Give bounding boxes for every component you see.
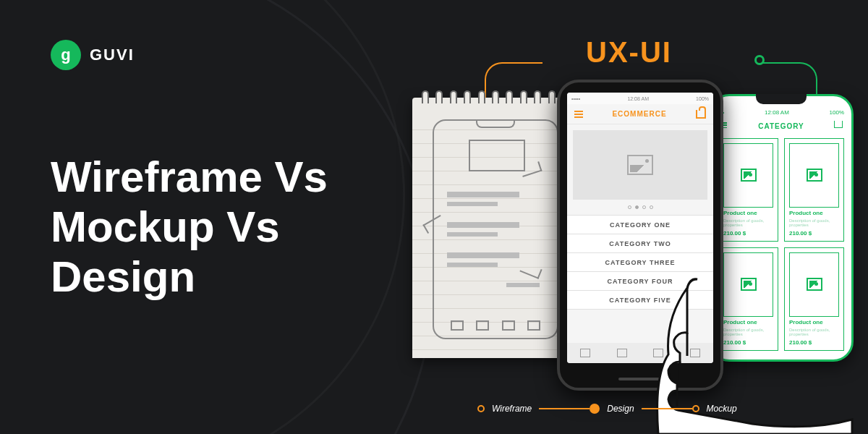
arrow-icon (519, 262, 542, 278)
signal-icon: ••••• (571, 96, 580, 101)
bottom-bar-placeholder (444, 320, 547, 331)
step-connector (539, 408, 590, 409)
step-dot-icon (477, 405, 485, 412)
category-row: CATEGORY THREE (567, 253, 713, 272)
text-line-placeholder (447, 263, 498, 267)
carousel-dots (567, 205, 713, 209)
image-placeholder-icon (627, 155, 653, 175)
step-connector (642, 408, 692, 409)
text-line-placeholder (447, 222, 519, 228)
battery-text: 100% (830, 109, 844, 116)
brand-logo: g GUVI (51, 40, 135, 70)
text-line-placeholder (506, 283, 540, 287)
text-line-placeholder (447, 252, 519, 258)
product-desc: Description of goods, properties (789, 218, 839, 228)
text-line-placeholder (447, 202, 498, 206)
product-title: Product one (789, 210, 839, 216)
wireframe-panel (412, 98, 579, 358)
category-row: CATEGORY TWO (567, 234, 713, 253)
notepad-spiral-icon (412, 90, 579, 105)
status-bar: ••••• 12:08 AM 100% (567, 93, 713, 104)
step-label: Mockup (707, 404, 737, 414)
mockup-header: CATEGORY (711, 122, 851, 130)
battery-text: 100% (696, 96, 709, 101)
image-placeholder-icon (789, 143, 839, 208)
product-desc: Description of goods, properties (723, 218, 773, 228)
step-label: Design (607, 404, 634, 414)
step-wireframe: Wireframe (477, 404, 539, 414)
uxui-label: UX-UI (586, 36, 672, 69)
product-price: 210.00 $ (723, 230, 773, 237)
step-design: Design (590, 404, 641, 414)
wireframe-phone-outline (433, 119, 558, 339)
app-header: ECOMMERCE (567, 104, 713, 124)
cart-icon (834, 121, 843, 128)
heart-icon (580, 349, 590, 357)
image-placeholder-icon (723, 143, 773, 208)
cart-icon (696, 110, 706, 119)
step-dot-icon (692, 405, 699, 412)
text-line-placeholder (447, 192, 519, 197)
step-mockup: Mockup (692, 404, 744, 414)
hero-placeholder (469, 140, 525, 171)
step-dot-icon (590, 404, 600, 414)
process-stepper: Wireframe Design Mockup (477, 404, 744, 414)
app-title: ECOMMERCE (612, 110, 666, 118)
product-title: Product one (723, 210, 773, 216)
clock-text: 12:08 AM (627, 96, 649, 101)
phone-notch-icon (756, 94, 807, 104)
product-price: 210.00 $ (789, 230, 839, 237)
hamburger-icon (574, 111, 583, 118)
logo-text: GUVI (90, 46, 135, 64)
clock-text: 12:08 AM (765, 109, 789, 116)
category-row: CATEGORY ONE (567, 216, 713, 234)
product-card: Product one Description of goods, proper… (718, 138, 778, 242)
product-card: Product one Description of goods, proper… (784, 138, 844, 242)
hero-image-placeholder (573, 130, 707, 200)
stats-icon (617, 349, 627, 357)
status-bar: ••• 12:08 AM 100% (718, 109, 844, 116)
logo-badge-icon: g (51, 40, 81, 70)
text-line-placeholder (447, 232, 498, 237)
step-label: Wireframe (492, 404, 532, 414)
callout-dot-icon (754, 55, 765, 65)
page-title: Wireframe Vs Mockup Vs Design (51, 152, 328, 302)
phone-notch-icon (476, 121, 515, 128)
